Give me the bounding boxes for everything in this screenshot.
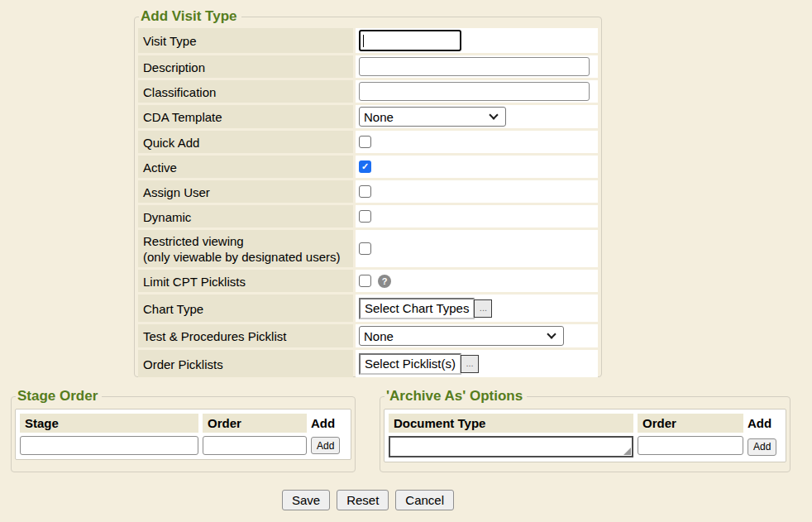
order-picklists-picker[interactable]: Select Picklist(s) bbox=[359, 353, 461, 375]
reset-button[interactable]: Reset bbox=[337, 490, 389, 510]
test-procedures-picklist-label: Test & Procedures Picklist bbox=[138, 324, 353, 347]
description-input[interactable] bbox=[359, 57, 590, 76]
row-order-picklists: Order Picklists Select Picklist(s) ... bbox=[138, 350, 598, 377]
add-column-header: Add bbox=[311, 414, 346, 433]
visit-type-label: Visit Type bbox=[138, 28, 353, 53]
checkmark-icon: ✓ bbox=[361, 162, 369, 171]
active-label: Active bbox=[138, 156, 353, 178]
active-checkbox[interactable]: ✓ bbox=[359, 160, 371, 173]
row-assign-user: Assign User bbox=[138, 180, 598, 203]
archive-order-input[interactable] bbox=[638, 436, 743, 455]
dynamic-checkbox[interactable] bbox=[359, 210, 371, 223]
stage-order-fieldset: Stage Order Stage Order Add Add bbox=[11, 388, 356, 472]
row-description: Description bbox=[138, 55, 598, 78]
dynamic-label: Dynamic bbox=[138, 205, 353, 227]
row-classification: Classification bbox=[138, 80, 598, 103]
archive-as-panel: Document Type Order Add Add bbox=[384, 409, 786, 462]
order-picklists-label: Order Picklists bbox=[138, 350, 353, 377]
test-procedures-selected-value: None bbox=[364, 329, 542, 343]
quick-add-label: Quick Add bbox=[138, 131, 353, 153]
quick-add-checkbox[interactable] bbox=[359, 136, 371, 148]
stage-order-panel: Stage Order Add Add bbox=[15, 409, 351, 460]
assign-user-checkbox[interactable] bbox=[359, 185, 371, 198]
row-active: Active ✓ bbox=[138, 156, 598, 178]
restricted-viewing-label-line2: (only viewable by designated users) bbox=[143, 249, 348, 265]
stage-input[interactable] bbox=[20, 436, 198, 455]
row-limit-cpt-picklists: Limit CPT Picklists ? bbox=[138, 270, 598, 292]
archive-as-options-legend: 'Archive As' Options bbox=[385, 388, 527, 405]
visit-type-input[interactable] bbox=[359, 30, 461, 51]
description-label: Description bbox=[138, 55, 353, 78]
add-visit-type-fieldset: Add Visit Type Visit Type Description Cl… bbox=[134, 8, 602, 377]
form-rows: Visit Type Description Classification CD… bbox=[138, 28, 598, 377]
chart-type-label: Chart Type bbox=[138, 295, 353, 322]
order-column-header: Order bbox=[203, 414, 307, 433]
archive-as-options-fieldset: 'Archive As' Options Document Type Order… bbox=[380, 388, 791, 472]
restricted-viewing-label-line1: Restricted viewing bbox=[143, 233, 348, 249]
stage-order-legend: Stage Order bbox=[16, 388, 102, 405]
cda-template-label: CDA Template bbox=[138, 105, 353, 128]
archive-add-column-header: Add bbox=[748, 414, 781, 433]
chart-type-browse-button[interactable]: ... bbox=[474, 299, 492, 318]
classification-label: Classification bbox=[138, 80, 353, 103]
document-type-column-header: Document Type bbox=[389, 414, 633, 433]
limit-cpt-picklists-label: Limit CPT Picklists bbox=[138, 270, 353, 292]
page: Add Visit Type Visit Type Description Cl… bbox=[0, 0, 812, 522]
archive-order-column-header: Order bbox=[638, 414, 743, 433]
archive-add-button[interactable]: Add bbox=[748, 438, 776, 456]
row-cda-template: CDA Template None bbox=[138, 105, 598, 128]
row-visit-type: Visit Type bbox=[138, 28, 598, 53]
test-procedures-picklist-select[interactable]: None bbox=[359, 326, 564, 346]
cancel-button[interactable]: Cancel bbox=[395, 490, 454, 510]
classification-input[interactable] bbox=[359, 82, 590, 101]
cda-template-selected-value: None bbox=[364, 110, 484, 124]
restricted-viewing-checkbox[interactable] bbox=[359, 242, 371, 255]
row-test-procedures-picklist: Test & Procedures Picklist None bbox=[138, 324, 598, 347]
assign-user-label: Assign User bbox=[138, 180, 353, 203]
stage-add-button[interactable]: Add bbox=[311, 437, 340, 454]
text-caret bbox=[363, 35, 364, 47]
chevron-down-icon bbox=[489, 110, 498, 119]
help-icon[interactable]: ? bbox=[378, 275, 391, 288]
row-restricted-viewing: Restricted viewing (only viewable by des… bbox=[138, 230, 598, 267]
restricted-viewing-label: Restricted viewing (only viewable by des… bbox=[138, 230, 353, 267]
chevron-down-icon bbox=[547, 329, 556, 338]
document-type-input[interactable] bbox=[389, 436, 633, 457]
cda-template-select[interactable]: None bbox=[359, 107, 506, 127]
form-actions: Save Reset Cancel bbox=[134, 490, 602, 510]
order-picklists-browse-button[interactable]: ... bbox=[461, 355, 479, 373]
save-button[interactable]: Save bbox=[282, 490, 330, 510]
row-dynamic: Dynamic bbox=[138, 205, 598, 227]
limit-cpt-picklists-checkbox[interactable] bbox=[359, 275, 371, 287]
row-quick-add: Quick Add bbox=[138, 131, 598, 153]
resize-grip-icon[interactable] bbox=[623, 448, 631, 455]
row-chart-type: Chart Type Select Chart Types ... bbox=[138, 295, 598, 322]
stage-order-input[interactable] bbox=[203, 436, 307, 455]
chart-type-picker[interactable]: Select Chart Types bbox=[359, 298, 475, 319]
add-visit-type-legend: Add Visit Type bbox=[139, 8, 241, 25]
stage-column-header: Stage bbox=[20, 414, 198, 433]
